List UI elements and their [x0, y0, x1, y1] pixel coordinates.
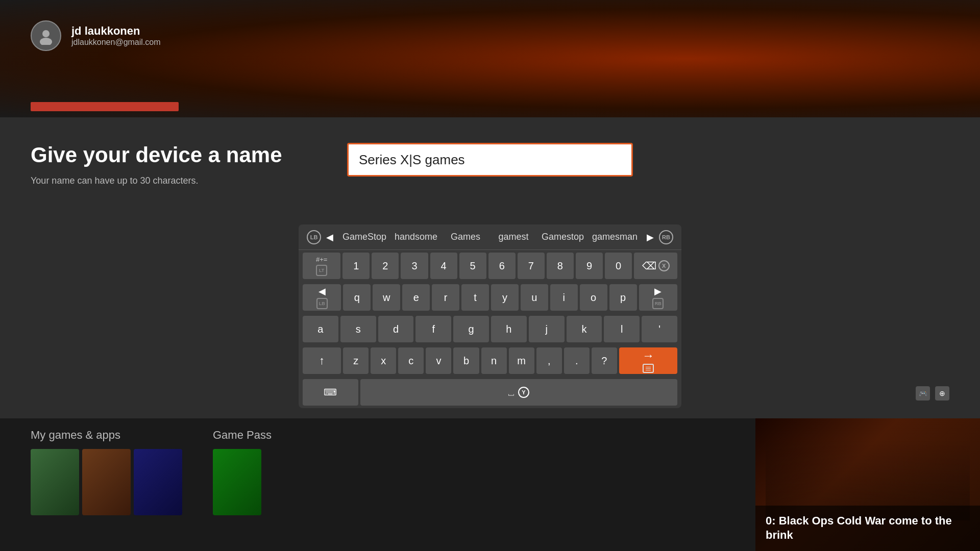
key-n[interactable]: n: [481, 347, 507, 374]
key-h[interactable]: h: [491, 316, 527, 342]
key-t[interactable]: t: [461, 284, 489, 311]
key-s[interactable]: s: [340, 316, 376, 342]
key-8[interactable]: 8: [547, 253, 574, 279]
key-u[interactable]: u: [521, 284, 548, 311]
key-d[interactable]: d: [378, 316, 414, 342]
key-y[interactable]: y: [491, 284, 519, 311]
key-6[interactable]: 6: [488, 253, 516, 279]
key-q[interactable]: q: [343, 284, 371, 311]
keyboard-row-qwerty: ◀ LB q w e r t y u i o p ▶ RB: [299, 282, 681, 313]
key-5[interactable]: 5: [459, 253, 486, 279]
lb-badge-suggestion[interactable]: LB: [307, 230, 321, 244]
keyboard: LB ◀ GameStop handsome Games gamest Game…: [299, 224, 681, 408]
key-9[interactable]: 9: [576, 253, 603, 279]
keyboard-row-asdf: a s d f g h j k l ': [299, 313, 681, 345]
key-e[interactable]: e: [402, 284, 430, 311]
key-i[interactable]: i: [550, 284, 578, 311]
key-shift[interactable]: ↑: [303, 347, 341, 374]
key-a[interactable]: a: [303, 316, 338, 342]
key-f[interactable]: f: [415, 316, 451, 342]
key-space[interactable]: ⎵ Y: [360, 379, 677, 406]
key-c[interactable]: c: [398, 347, 424, 374]
game-thumb-1[interactable]: [31, 449, 79, 515]
controller-hints: 🎮 ⊕: [916, 386, 949, 400]
keyboard-row-space: ⌨ ⎵ Y: [299, 377, 681, 408]
game-thumb-3[interactable]: [134, 449, 182, 515]
user-name: jd laukkonen: [71, 24, 161, 38]
key-comma[interactable]: ,: [536, 347, 562, 374]
key-v[interactable]: v: [426, 347, 451, 374]
key-j[interactable]: j: [529, 316, 565, 342]
cod-overlay: 0: Black Ops Cold War come to the brink: [755, 506, 980, 551]
keyboard-row-zxcv: ↑ z x c v b n m , . ? →: [299, 345, 681, 377]
key-w[interactable]: w: [373, 284, 400, 311]
suggestion-games[interactable]: Games: [442, 230, 489, 244]
key-7[interactable]: 7: [518, 253, 545, 279]
game-pass-label: Game Pass: [213, 429, 272, 441]
background-gradient: [0, 0, 980, 117]
cod-section[interactable]: 0: Black Ops Cold War come to the brink: [755, 418, 980, 551]
user-info: jd laukkonen jdlaukkonen@gmail.com: [71, 24, 161, 47]
key-p[interactable]: p: [609, 284, 637, 311]
key-r[interactable]: r: [432, 284, 459, 311]
key-o[interactable]: o: [580, 284, 607, 311]
key-apostrophe[interactable]: ': [642, 316, 677, 342]
controller-icon-2: ⊕: [935, 386, 949, 400]
suggestion-gamest[interactable]: gamest: [489, 230, 537, 244]
red-accent-bar: [31, 102, 179, 111]
controller-icon-1: 🎮: [916, 386, 930, 400]
svg-point-0: [42, 30, 50, 37]
suggestions-row: LB ◀ GameStop handsome Games gamest Game…: [299, 224, 681, 250]
rb-badge-suggestion[interactable]: RB: [659, 230, 673, 244]
avatar: [31, 20, 61, 51]
suggestion-gamestop[interactable]: GameStop: [338, 230, 390, 244]
game-pass-thumb[interactable]: [213, 449, 261, 515]
key-layout[interactable]: ⌨: [303, 379, 358, 406]
suggestion-right-arrow[interactable]: ▶: [642, 232, 659, 243]
key-right-nav[interactable]: ▶ RB: [639, 284, 677, 311]
key-m[interactable]: m: [509, 347, 534, 374]
key-1[interactable]: 1: [342, 253, 370, 279]
user-bar: jd laukkonen jdlaukkonen@gmail.com: [31, 20, 161, 51]
device-name-input[interactable]: [347, 143, 633, 177]
key-b[interactable]: b: [453, 347, 479, 374]
key-special-chars[interactable]: #+= LT: [303, 253, 340, 279]
game-thumb-2[interactable]: [82, 449, 131, 515]
my-games-label: My games & apps: [31, 429, 182, 442]
suggestion-handsome[interactable]: handsome: [390, 230, 442, 244]
key-4[interactable]: 4: [430, 253, 457, 279]
key-z[interactable]: z: [343, 347, 369, 374]
suggestion-left-arrow[interactable]: ◀: [321, 232, 338, 243]
cod-title: 0: Black Ops Cold War come to the brink: [766, 514, 952, 542]
user-email: jdlaukkonen@gmail.com: [71, 38, 161, 47]
key-l[interactable]: l: [604, 316, 640, 342]
key-enter[interactable]: →: [619, 347, 677, 374]
my-games-section: My games & apps: [0, 429, 182, 515]
key-question[interactable]: ?: [592, 347, 617, 374]
svg-point-1: [40, 38, 52, 45]
key-period[interactable]: .: [564, 347, 590, 374]
keyboard-row-numbers: #+= LT 1 2 3 4 5 6 7 8 9 0 ⌫ X: [299, 250, 681, 282]
key-2[interactable]: 2: [372, 253, 399, 279]
bottom-bar: My games & apps Game Pass 0: Black Ops C…: [0, 418, 980, 551]
key-0[interactable]: 0: [605, 253, 632, 279]
key-x[interactable]: x: [371, 347, 396, 374]
suggestion-gamesman[interactable]: gamesman: [588, 230, 642, 244]
key-k[interactable]: k: [567, 316, 602, 342]
key-left-nav[interactable]: ◀ LB: [303, 284, 341, 311]
key-3[interactable]: 3: [401, 253, 428, 279]
key-backspace[interactable]: ⌫ X: [634, 253, 677, 279]
key-g[interactable]: g: [453, 316, 489, 342]
suggestion-gamestop2[interactable]: Gamestop: [537, 230, 588, 244]
game-thumbnails: [31, 449, 182, 515]
page-subtitle: Your name can have up to 30 characters.: [31, 176, 949, 186]
